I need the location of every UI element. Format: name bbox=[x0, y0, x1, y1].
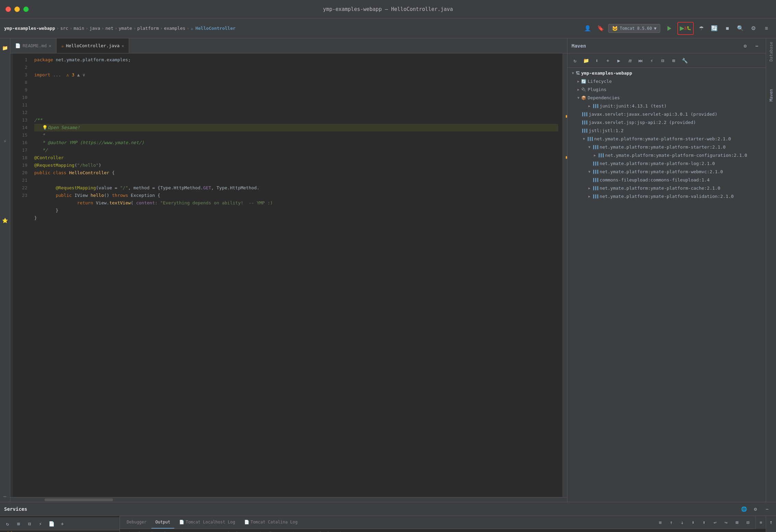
log-cols-button[interactable]: ⊟ bbox=[743, 518, 753, 527]
chevron-right-icon: ▶ bbox=[576, 78, 581, 85]
maven-plus-button[interactable]: + bbox=[603, 56, 613, 65]
log-up-button[interactable]: ↑ bbox=[666, 518, 676, 527]
tomcat-server-item[interactable]: ▼ 🐱 Tomcat Server bbox=[0, 530, 120, 532]
services-globe-button[interactable]: 🌐 bbox=[739, 504, 749, 514]
maven-skip-button[interactable]: ⏭ bbox=[636, 56, 646, 65]
maven-settings-button[interactable]: ⚙ bbox=[740, 41, 750, 51]
minimize-button[interactable] bbox=[14, 7, 20, 12]
services-header: Services 🌐 ⚙ − bbox=[0, 502, 776, 516]
maven-add-button[interactable]: 📁 bbox=[581, 56, 591, 65]
maven-cols2-button[interactable]: ⊞ bbox=[669, 56, 678, 65]
maven-dep-item[interactable]: ▐▐▐ javax.servlet:javax.servlet-api:3.0.… bbox=[567, 110, 766, 118]
more-button[interactable]: ≡ bbox=[761, 23, 772, 34]
maven-dep-item[interactable]: ▼ ▐▐▐ net.ymate.platform:ymate-platform-… bbox=[567, 143, 766, 151]
run-button[interactable] bbox=[662, 22, 675, 35]
maven-dep-item[interactable]: ▐▐▐ javax.servlet.jsp:jsp-api:2.2 (provi… bbox=[567, 118, 766, 127]
dropdown-arrow-icon: ▼ bbox=[654, 26, 656, 31]
breadcrumb-examples[interactable]: examples bbox=[164, 26, 186, 31]
log-down2-button[interactable]: ⬇ bbox=[688, 518, 698, 527]
services-refresh-button[interactable]: ↻ bbox=[3, 519, 12, 529]
log-output[interactable]: ▶ handler class [EventListener:net.ymate… bbox=[120, 529, 766, 532]
maven-refresh-button[interactable]: ↻ bbox=[570, 56, 580, 65]
log-soft-wrap-button[interactable]: ≡ bbox=[755, 516, 766, 529]
services-collapse-button[interactable]: − bbox=[762, 504, 772, 514]
vt-up-button[interactable]: ↑ bbox=[766, 517, 776, 527]
close-button[interactable] bbox=[5, 7, 11, 12]
debugger-tab[interactable]: Debugger bbox=[123, 516, 151, 529]
maven-dep-item[interactable]: ▼ ▐▐▐ net.ymate.platform:ymate-platform-… bbox=[567, 135, 766, 143]
profiler-button[interactable]: 🔄 bbox=[709, 23, 720, 34]
code-editor[interactable]: 123 8910111213 141516171819 20212223 pac… bbox=[10, 53, 567, 497]
stop-button[interactable]: ■ bbox=[722, 23, 733, 34]
tab-hello-controller[interactable]: ☕ HelloController.java ✕ bbox=[57, 38, 129, 53]
horizontal-scrollbar[interactable] bbox=[10, 497, 567, 502]
bookmark-button[interactable]: 🔖 bbox=[595, 23, 606, 34]
maven-tool-button[interactable]: 🔧 bbox=[680, 56, 689, 65]
run-config-selector[interactable]: 🐱 Tomcat 8.5.60 ▼ bbox=[608, 24, 660, 33]
breadcrumb-ymate[interactable]: ymate bbox=[118, 26, 132, 31]
maven-dep-item[interactable]: ▶ ▐▐▐ junit:junit:4.13.1 (test) bbox=[567, 102, 766, 110]
maven-dep-item[interactable]: ▼ ▐▐▐ net.ymate.platform:ymate-platform-… bbox=[567, 168, 766, 176]
maven-cols-button[interactable]: ⊟ bbox=[658, 56, 667, 65]
maven-run-button[interactable]: ▶ bbox=[614, 56, 624, 65]
code-lines[interactable]: package net.ymate.platform.examples; imp… bbox=[30, 53, 562, 497]
maven-deps-item[interactable]: ▼ 📦 Dependencies bbox=[567, 94, 766, 102]
maven-dep-item[interactable]: ▐▐▐ net.ymate.platform:ymate-platform-lo… bbox=[567, 160, 766, 168]
tomcat-catalina-log-tab[interactable]: 📄 Tomcat Catalina Log bbox=[240, 516, 302, 529]
database-sidebar-tab[interactable]: Database bbox=[767, 38, 776, 65]
breadcrumb-net[interactable]: net bbox=[105, 26, 113, 31]
maven-lifecycle-item[interactable]: ▶ 🔄 Lifecycle bbox=[567, 77, 766, 86]
maven-bolt-button[interactable]: ⚡ bbox=[647, 56, 656, 65]
maven-plugins-item[interactable]: ▶ 🔌 Plugins bbox=[567, 86, 766, 94]
coverage-button[interactable]: ☂ bbox=[696, 23, 707, 34]
project-sidebar-icon[interactable]: 📁 bbox=[1, 44, 9, 52]
breadcrumb-java[interactable]: java bbox=[89, 26, 100, 31]
editor-gutter bbox=[10, 53, 13, 497]
maven-dep-item[interactable]: ▐▐▐ commons-fileupload:commons-fileuploa… bbox=[567, 176, 766, 184]
code-line: } bbox=[34, 214, 558, 222]
output-tab[interactable]: Output bbox=[151, 516, 174, 529]
vt-down-button[interactable]: ↓ bbox=[766, 528, 776, 532]
services-group-button[interactable]: ⊞ bbox=[14, 519, 23, 529]
breadcrumb-platform[interactable]: platform bbox=[137, 26, 159, 31]
maven-panel-header: Maven ⚙ − bbox=[567, 38, 766, 53]
favorites-sidebar-icon[interactable]: ⭐ bbox=[1, 216, 9, 225]
maven-collapse-button[interactable]: − bbox=[752, 41, 762, 51]
debug-button[interactable]: ▶ 3 🐛 bbox=[677, 22, 694, 35]
breadcrumb-project[interactable]: ymp-examples-webapp bbox=[4, 26, 55, 31]
maven-tree-root[interactable]: ▼ 🏗 ymp-examples-webapp bbox=[567, 69, 766, 77]
readme-tab-close[interactable]: ✕ bbox=[49, 43, 51, 48]
search-everywhere-button[interactable]: 🔍 bbox=[735, 23, 746, 34]
services-plus-button[interactable]: + bbox=[58, 519, 67, 529]
structure-sidebar-icon[interactable]: ⚡ bbox=[1, 137, 9, 145]
breadcrumb-main[interactable]: main bbox=[74, 26, 84, 31]
tomcat-localhost-log-tab[interactable]: 📄 Tomcat Localhost Log bbox=[175, 516, 239, 529]
scroll-thumb[interactable] bbox=[45, 498, 113, 501]
maximize-button[interactable] bbox=[23, 7, 29, 12]
services-settings-button[interactable]: ⚙ bbox=[751, 504, 760, 514]
breadcrumb-src[interactable]: src bbox=[60, 26, 68, 31]
maven-tree[interactable]: ▼ 🏗 ymp-examples-webapp ▶ 🔄 Lifecycle ▶ … bbox=[567, 68, 766, 502]
log-wrap-button[interactable]: ≡ bbox=[655, 518, 665, 527]
maven-download-button[interactable]: ⬇ bbox=[592, 56, 602, 65]
log-left-button[interactable]: ↩ bbox=[710, 518, 720, 527]
vcs-button[interactable]: 👤 bbox=[582, 23, 593, 34]
breadcrumb-class[interactable]: HelloController bbox=[195, 26, 235, 31]
tab-readme[interactable]: 📄 README.md ✕ bbox=[10, 38, 57, 53]
services-filter-button[interactable]: ⚡ bbox=[36, 519, 45, 529]
maven-dep-item[interactable]: ▐▐▐ jstl:jstl:1.2 bbox=[567, 127, 766, 135]
services-ungroup-button[interactable]: ⊟ bbox=[25, 519, 34, 529]
services-add-button[interactable]: 📄 bbox=[47, 519, 56, 529]
log-right-button[interactable]: ↪ bbox=[721, 518, 731, 527]
java-tab-close[interactable]: ✕ bbox=[122, 43, 124, 48]
maven-sidebar-tab[interactable]: Maven bbox=[767, 86, 776, 105]
maven-dep-item[interactable]: ▶ ▐▐▐ net.ymate.platform:ymate-platform-… bbox=[567, 151, 766, 160]
maven-m-button[interactable]: m bbox=[625, 56, 635, 65]
log-up2-button[interactable]: ⬆ bbox=[699, 518, 709, 527]
maven-dep-item[interactable]: ▶ ▐▐▐ net.ymate.platform:ymate-platform-… bbox=[567, 192, 766, 201]
maven-dep-item[interactable]: ▶ ▐▐▐ net.ymate.platform:ymate-platform-… bbox=[567, 184, 766, 192]
settings-button[interactable]: ⚙ bbox=[748, 23, 759, 34]
log-table-button[interactable]: ⊞ bbox=[732, 518, 742, 527]
log-down-button[interactable]: ↓ bbox=[677, 518, 687, 527]
more-sidebar-icon[interactable]: ⋯ bbox=[3, 494, 6, 499]
